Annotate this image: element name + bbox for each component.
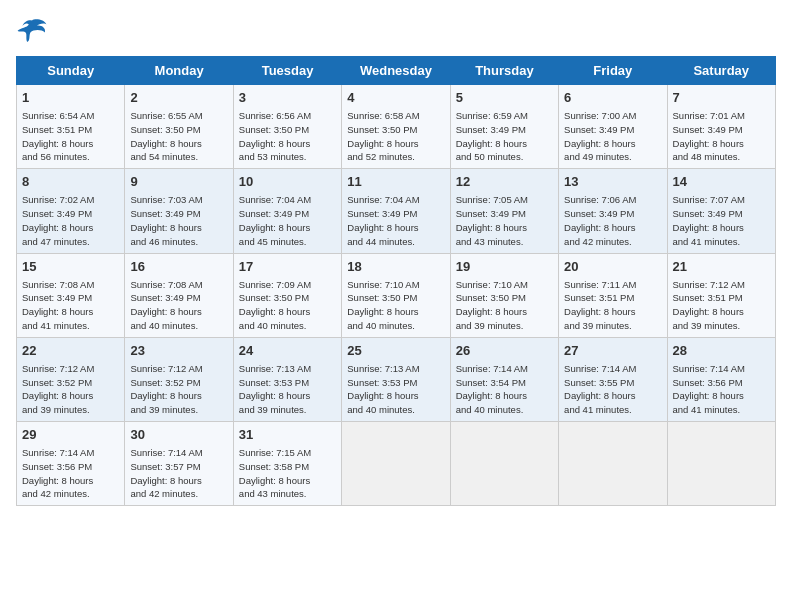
calendar-cell: 21Sunrise: 7:12 AM Sunset: 3:51 PM Dayli… <box>667 253 775 337</box>
column-header-sunday: Sunday <box>17 57 125 85</box>
column-header-monday: Monday <box>125 57 233 85</box>
day-info: Sunrise: 6:56 AM Sunset: 3:50 PM Dayligh… <box>239 109 336 164</box>
day-info: Sunrise: 6:55 AM Sunset: 3:50 PM Dayligh… <box>130 109 227 164</box>
calendar-cell: 31Sunrise: 7:15 AM Sunset: 3:58 PM Dayli… <box>233 422 341 506</box>
calendar-cell: 4Sunrise: 6:58 AM Sunset: 3:50 PM Daylig… <box>342 85 450 169</box>
day-info: Sunrise: 7:14 AM Sunset: 3:54 PM Dayligh… <box>456 362 553 417</box>
day-info: Sunrise: 7:07 AM Sunset: 3:49 PM Dayligh… <box>673 193 770 248</box>
day-info: Sunrise: 7:06 AM Sunset: 3:49 PM Dayligh… <box>564 193 661 248</box>
day-number: 26 <box>456 342 553 360</box>
day-number: 17 <box>239 258 336 276</box>
day-info: Sunrise: 7:01 AM Sunset: 3:49 PM Dayligh… <box>673 109 770 164</box>
day-info: Sunrise: 7:00 AM Sunset: 3:49 PM Dayligh… <box>564 109 661 164</box>
day-number: 31 <box>239 426 336 444</box>
day-number: 14 <box>673 173 770 191</box>
day-info: Sunrise: 7:14 AM Sunset: 3:57 PM Dayligh… <box>130 446 227 501</box>
day-info: Sunrise: 7:09 AM Sunset: 3:50 PM Dayligh… <box>239 278 336 333</box>
calendar-cell: 3Sunrise: 6:56 AM Sunset: 3:50 PM Daylig… <box>233 85 341 169</box>
calendar-cell: 18Sunrise: 7:10 AM Sunset: 3:50 PM Dayli… <box>342 253 450 337</box>
column-header-thursday: Thursday <box>450 57 558 85</box>
day-number: 21 <box>673 258 770 276</box>
day-number: 4 <box>347 89 444 107</box>
calendar-week-row: 15Sunrise: 7:08 AM Sunset: 3:49 PM Dayli… <box>17 253 776 337</box>
day-info: Sunrise: 7:14 AM Sunset: 3:56 PM Dayligh… <box>22 446 119 501</box>
calendar-cell: 6Sunrise: 7:00 AM Sunset: 3:49 PM Daylig… <box>559 85 667 169</box>
logo <box>16 16 52 44</box>
column-header-saturday: Saturday <box>667 57 775 85</box>
day-info: Sunrise: 7:11 AM Sunset: 3:51 PM Dayligh… <box>564 278 661 333</box>
day-number: 19 <box>456 258 553 276</box>
day-number: 16 <box>130 258 227 276</box>
day-info: Sunrise: 7:08 AM Sunset: 3:49 PM Dayligh… <box>130 278 227 333</box>
day-number: 20 <box>564 258 661 276</box>
calendar-cell: 7Sunrise: 7:01 AM Sunset: 3:49 PM Daylig… <box>667 85 775 169</box>
calendar-cell: 13Sunrise: 7:06 AM Sunset: 3:49 PM Dayli… <box>559 169 667 253</box>
day-number: 7 <box>673 89 770 107</box>
day-info: Sunrise: 7:13 AM Sunset: 3:53 PM Dayligh… <box>239 362 336 417</box>
day-info: Sunrise: 7:02 AM Sunset: 3:49 PM Dayligh… <box>22 193 119 248</box>
calendar-cell: 17Sunrise: 7:09 AM Sunset: 3:50 PM Dayli… <box>233 253 341 337</box>
column-header-wednesday: Wednesday <box>342 57 450 85</box>
day-number: 12 <box>456 173 553 191</box>
day-number: 23 <box>130 342 227 360</box>
calendar-cell: 25Sunrise: 7:13 AM Sunset: 3:53 PM Dayli… <box>342 337 450 421</box>
calendar-cell <box>342 422 450 506</box>
calendar-cell: 15Sunrise: 7:08 AM Sunset: 3:49 PM Dayli… <box>17 253 125 337</box>
day-number: 11 <box>347 173 444 191</box>
day-number: 15 <box>22 258 119 276</box>
calendar-week-row: 29Sunrise: 7:14 AM Sunset: 3:56 PM Dayli… <box>17 422 776 506</box>
day-info: Sunrise: 7:10 AM Sunset: 3:50 PM Dayligh… <box>347 278 444 333</box>
day-info: Sunrise: 7:05 AM Sunset: 3:49 PM Dayligh… <box>456 193 553 248</box>
calendar-cell <box>667 422 775 506</box>
calendar-cell <box>559 422 667 506</box>
day-number: 3 <box>239 89 336 107</box>
calendar-cell: 27Sunrise: 7:14 AM Sunset: 3:55 PM Dayli… <box>559 337 667 421</box>
day-number: 10 <box>239 173 336 191</box>
day-info: Sunrise: 7:10 AM Sunset: 3:50 PM Dayligh… <box>456 278 553 333</box>
calendar-cell: 11Sunrise: 7:04 AM Sunset: 3:49 PM Dayli… <box>342 169 450 253</box>
calendar-week-row: 22Sunrise: 7:12 AM Sunset: 3:52 PM Dayli… <box>17 337 776 421</box>
calendar-week-row: 1Sunrise: 6:54 AM Sunset: 3:51 PM Daylig… <box>17 85 776 169</box>
calendar-cell: 5Sunrise: 6:59 AM Sunset: 3:49 PM Daylig… <box>450 85 558 169</box>
day-info: Sunrise: 6:58 AM Sunset: 3:50 PM Dayligh… <box>347 109 444 164</box>
day-info: Sunrise: 7:14 AM Sunset: 3:56 PM Dayligh… <box>673 362 770 417</box>
day-number: 29 <box>22 426 119 444</box>
calendar-cell: 24Sunrise: 7:13 AM Sunset: 3:53 PM Dayli… <box>233 337 341 421</box>
calendar-cell <box>450 422 558 506</box>
day-info: Sunrise: 7:04 AM Sunset: 3:49 PM Dayligh… <box>239 193 336 248</box>
calendar-cell: 10Sunrise: 7:04 AM Sunset: 3:49 PM Dayli… <box>233 169 341 253</box>
column-header-tuesday: Tuesday <box>233 57 341 85</box>
day-info: Sunrise: 6:59 AM Sunset: 3:49 PM Dayligh… <box>456 109 553 164</box>
calendar-cell: 26Sunrise: 7:14 AM Sunset: 3:54 PM Dayli… <box>450 337 558 421</box>
day-number: 13 <box>564 173 661 191</box>
day-info: Sunrise: 7:03 AM Sunset: 3:49 PM Dayligh… <box>130 193 227 248</box>
day-number: 5 <box>456 89 553 107</box>
day-number: 2 <box>130 89 227 107</box>
day-number: 24 <box>239 342 336 360</box>
calendar-cell: 9Sunrise: 7:03 AM Sunset: 3:49 PM Daylig… <box>125 169 233 253</box>
day-info: Sunrise: 6:54 AM Sunset: 3:51 PM Dayligh… <box>22 109 119 164</box>
day-number: 9 <box>130 173 227 191</box>
calendar-cell: 16Sunrise: 7:08 AM Sunset: 3:49 PM Dayli… <box>125 253 233 337</box>
day-info: Sunrise: 7:12 AM Sunset: 3:51 PM Dayligh… <box>673 278 770 333</box>
day-number: 27 <box>564 342 661 360</box>
day-number: 28 <box>673 342 770 360</box>
day-info: Sunrise: 7:04 AM Sunset: 3:49 PM Dayligh… <box>347 193 444 248</box>
calendar-cell: 14Sunrise: 7:07 AM Sunset: 3:49 PM Dayli… <box>667 169 775 253</box>
calendar-table: SundayMondayTuesdayWednesdayThursdayFrid… <box>16 56 776 506</box>
day-number: 25 <box>347 342 444 360</box>
calendar-week-row: 8Sunrise: 7:02 AM Sunset: 3:49 PM Daylig… <box>17 169 776 253</box>
column-header-friday: Friday <box>559 57 667 85</box>
calendar-cell: 28Sunrise: 7:14 AM Sunset: 3:56 PM Dayli… <box>667 337 775 421</box>
calendar-cell: 2Sunrise: 6:55 AM Sunset: 3:50 PM Daylig… <box>125 85 233 169</box>
calendar-cell: 23Sunrise: 7:12 AM Sunset: 3:52 PM Dayli… <box>125 337 233 421</box>
calendar-cell: 8Sunrise: 7:02 AM Sunset: 3:49 PM Daylig… <box>17 169 125 253</box>
day-number: 30 <box>130 426 227 444</box>
calendar-cell: 12Sunrise: 7:05 AM Sunset: 3:49 PM Dayli… <box>450 169 558 253</box>
page-header <box>16 16 776 44</box>
calendar-cell: 29Sunrise: 7:14 AM Sunset: 3:56 PM Dayli… <box>17 422 125 506</box>
day-info: Sunrise: 7:13 AM Sunset: 3:53 PM Dayligh… <box>347 362 444 417</box>
day-info: Sunrise: 7:14 AM Sunset: 3:55 PM Dayligh… <box>564 362 661 417</box>
day-info: Sunrise: 7:15 AM Sunset: 3:58 PM Dayligh… <box>239 446 336 501</box>
logo-icon <box>16 16 48 44</box>
